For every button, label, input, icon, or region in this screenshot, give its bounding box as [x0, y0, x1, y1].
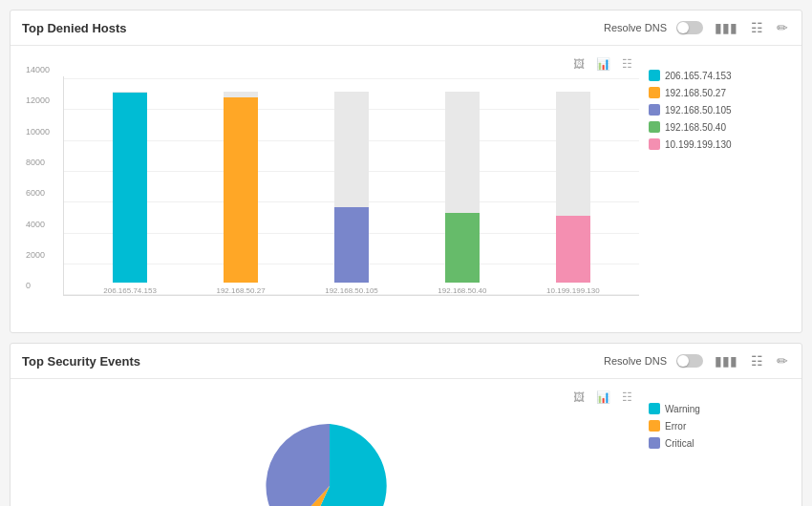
bar-group: 192.168.50.27	[216, 92, 265, 295]
bar-chart-legend: 206.165.74.153192.168.50.27192.168.50.10…	[639, 55, 792, 323]
legend-item: 192.168.50.40	[649, 121, 782, 133]
legend-color-dot	[649, 104, 660, 116]
y-axis-label: 0	[26, 281, 31, 290]
pie-legend-dot	[649, 403, 660, 414]
security-header-controls: Resolve DNS ▮▮▮ ☷ ✏	[604, 351, 790, 370]
bar-x-label: 206.165.74.153	[103, 286, 157, 295]
pie-table-view-icon[interactable]: ☷	[620, 389, 634, 406]
legend-text: 10.199.199.130	[665, 139, 732, 150]
pie-legend-text: Critical	[665, 438, 694, 449]
top-denied-hosts-header: Top Denied Hosts Resolve DNS ▮▮▮ ☷ ✏	[11, 11, 801, 46]
bar-x-label: 10.199.199.130	[546, 286, 600, 295]
pie-chart	[253, 410, 406, 506]
pie-legend-item: Warning	[649, 403, 782, 414]
table-view-icon[interactable]: ☷	[620, 55, 634, 73]
bar-x-label: 192.168.50.40	[438, 286, 486, 295]
bar-group: 10.199.199.130	[546, 92, 600, 295]
legend-color-dot	[649, 138, 660, 150]
bar-x-label: 192.168.50.27	[216, 286, 265, 295]
pie-legend-dot	[649, 437, 660, 449]
legend-item: 206.165.74.153	[649, 70, 782, 81]
security-export-icon[interactable]: ✏	[775, 351, 790, 370]
top-security-events-panel: Top Security Events Resolve DNS ▮▮▮ ☷ ✏ …	[10, 343, 802, 506]
pie-legend-item: Error	[649, 420, 782, 432]
pie-image-view-icon[interactable]: 🖼	[571, 389, 587, 406]
y-axis-label: 2000	[26, 250, 45, 260]
pie-legend-text: Error	[665, 421, 686, 432]
resolve-dns-label: Resolve DNS	[604, 22, 667, 33]
legend-color-dot	[649, 87, 660, 98]
bar-group: 206.165.74.153	[103, 92, 157, 295]
pie-legend-text: Warning	[665, 404, 700, 414]
top-security-events-body: 🖼 📊 ☷ Wa	[11, 379, 801, 506]
security-bar-icon[interactable]: ▮▮▮	[713, 351, 739, 370]
header-controls: Resolve DNS ▮▮▮ ☷ ✏	[604, 18, 790, 37]
legend-color-dot	[649, 121, 660, 133]
security-resolve-dns-label: Resolve DNS	[604, 355, 667, 367]
pie-critical	[266, 424, 330, 506]
bar-chart-icon[interactable]: ▮▮▮	[713, 18, 739, 37]
bar-segment-colored	[113, 93, 147, 283]
bar-chart-area: 🖼 📊 ☷ 0200040006000800010000120001400020…	[20, 55, 639, 323]
table-icon[interactable]: ☷	[749, 18, 765, 37]
y-axis-label: 10000	[26, 127, 50, 137]
y-axis-label: 12000	[26, 95, 50, 105]
legend-text: 192.168.50.27	[665, 88, 726, 98]
pie-chart-area	[20, 410, 639, 506]
y-axis-label: 6000	[26, 188, 45, 198]
legend-item: 192.168.50.105	[649, 104, 782, 116]
top-denied-hosts-panel: Top Denied Hosts Resolve DNS ▮▮▮ ☷ ✏ 🖼 📊…	[10, 10, 802, 333]
bar-stack	[113, 92, 147, 283]
bar-stack	[556, 92, 590, 283]
bar-chart-inner: 02000400060008000100001200014000206.165.…	[63, 76, 639, 296]
top-security-events-header: Top Security Events Resolve DNS ▮▮▮ ☷ ✏	[11, 344, 801, 379]
bar-segment-colored	[334, 207, 369, 283]
pie-bar-view-icon[interactable]: 📊	[594, 389, 612, 406]
security-table-icon[interactable]: ☷	[749, 351, 765, 370]
security-resolve-dns-toggle[interactable]	[676, 354, 703, 368]
bar-stack	[334, 92, 369, 283]
export-icon[interactable]: ✏	[775, 18, 790, 37]
top-denied-hosts-body: 🖼 📊 ☷ 0200040006000800010000120001400020…	[11, 46, 801, 332]
top-denied-hosts-title: Top Denied Hosts	[22, 21, 127, 35]
pie-chart-legend: WarningErrorCritical	[639, 389, 792, 506]
bar-x-label: 192.168.50.105	[325, 286, 378, 295]
bar-stack	[445, 92, 480, 283]
bar-segment-colored	[224, 97, 258, 283]
legend-text: 192.168.50.40	[665, 122, 726, 133]
bar-segment-colored	[445, 213, 480, 283]
y-axis-label: 4000	[26, 220, 45, 229]
top-security-events-title: Top Security Events	[22, 354, 140, 369]
bars-container: 206.165.74.153192.168.50.27192.168.50.10…	[64, 76, 639, 295]
y-axis-label: 14000	[26, 65, 50, 74]
legend-item: 192.168.50.27	[649, 87, 782, 98]
bar-chart: 02000400060008000100001200014000206.165.…	[20, 76, 639, 325]
bar-segment-colored	[556, 216, 590, 283]
pie-legend-item: Critical	[649, 437, 782, 449]
bar-segment-gray	[445, 92, 480, 213]
bar-segment-gray	[556, 92, 590, 216]
image-view-icon[interactable]: 🖼	[571, 55, 587, 73]
bar-group: 192.168.50.40	[438, 92, 486, 295]
legend-color-dot	[649, 70, 660, 81]
bar-view-icon[interactable]: 📊	[594, 55, 612, 73]
bar-stack	[224, 92, 258, 283]
bar-group: 192.168.50.105	[325, 92, 378, 295]
bar-segment-gray	[334, 92, 369, 207]
y-axis-label: 8000	[26, 158, 45, 167]
resolve-dns-toggle[interactable]	[676, 21, 703, 34]
legend-text: 192.168.50.105	[665, 105, 732, 116]
legend-item: 10.199.199.130	[649, 138, 782, 150]
legend-text: 206.165.74.153	[665, 71, 732, 81]
pie-legend-dot	[649, 420, 660, 432]
